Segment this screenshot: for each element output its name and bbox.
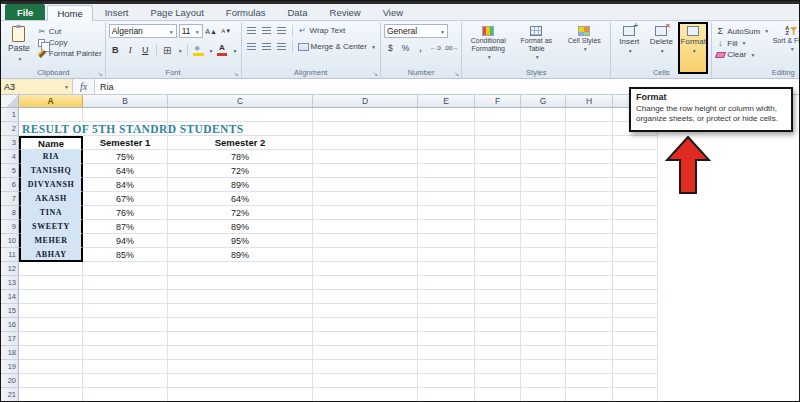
cell-i5[interactable] (613, 164, 658, 178)
cell-i10[interactable] (613, 234, 658, 248)
cell-h21[interactable] (566, 388, 613, 402)
cell-c8[interactable]: 72% (168, 206, 313, 220)
cell-g10[interactable] (521, 234, 566, 248)
cell-e1[interactable] (418, 108, 475, 122)
italic-button[interactable] (124, 44, 137, 57)
cell-c7[interactable]: 64% (168, 192, 313, 206)
cut-button[interactable]: Cut (37, 27, 102, 36)
cell-a17[interactable] (19, 332, 83, 346)
cell-c21[interactable] (168, 388, 313, 402)
alignment-dialog-launcher[interactable] (373, 71, 378, 77)
fill-color-button[interactable] (192, 44, 205, 57)
cell-i15[interactable] (613, 304, 658, 318)
comma-style-button[interactable] (414, 41, 427, 54)
cell-a2[interactable]: RESULT OF 5TH STANDRD STUDENTS (19, 122, 83, 136)
cell-d10[interactable] (313, 234, 418, 248)
cell-e18[interactable] (418, 346, 475, 360)
conditional-formatting-button[interactable]: Conditional Formatting (465, 24, 511, 61)
cell-i13[interactable] (613, 276, 658, 290)
cell-b3[interactable]: Semester 1 (83, 136, 168, 150)
cell-f16[interactable] (475, 318, 521, 332)
cell-b15[interactable] (83, 304, 168, 318)
sort-filter-button[interactable]: Sort & Filter (772, 24, 800, 67)
cell-d11[interactable] (313, 248, 418, 262)
cell-a19[interactable] (19, 360, 83, 374)
cell-f11[interactable] (475, 248, 521, 262)
cell-d19[interactable] (313, 360, 418, 374)
row-header-12[interactable]: 12 (1, 262, 19, 276)
row-header-8[interactable]: 8 (1, 206, 19, 220)
column-header-a[interactable]: A (19, 95, 83, 107)
cell-g13[interactable] (521, 276, 566, 290)
cell-e16[interactable] (418, 318, 475, 332)
accounting-format-button[interactable] (384, 41, 397, 54)
cell-e9[interactable] (418, 220, 475, 234)
column-header-h[interactable]: H (566, 95, 613, 107)
cell-c13[interactable] (168, 276, 313, 290)
cell-h5[interactable] (566, 164, 613, 178)
cell-g3[interactable] (521, 136, 566, 150)
cell-e2[interactable] (418, 122, 475, 136)
cell-c16[interactable] (168, 318, 313, 332)
row-header-13[interactable]: 13 (1, 276, 19, 290)
tab-file[interactable]: File (5, 4, 45, 20)
cell-a18[interactable] (19, 346, 83, 360)
align-right-button[interactable] (275, 40, 288, 53)
cell-b12[interactable] (83, 262, 168, 276)
insert-function-button[interactable]: fx (73, 79, 95, 94)
column-header-b[interactable]: B (83, 95, 168, 107)
cell-f6[interactable] (475, 178, 521, 192)
cell-i20[interactable] (613, 374, 658, 388)
cell-e7[interactable] (418, 192, 475, 206)
paste-button[interactable]: Paste (5, 24, 33, 67)
cell-b17[interactable] (83, 332, 168, 346)
column-header-d[interactable]: D (313, 95, 418, 107)
cell-g20[interactable] (521, 374, 566, 388)
cell-b9[interactable]: 87% (83, 220, 168, 234)
cell-f2[interactable] (475, 122, 521, 136)
cell-d17[interactable] (313, 332, 418, 346)
wrap-text-button[interactable]: Wrap Text (297, 26, 347, 35)
cell-c14[interactable] (168, 290, 313, 304)
cell-g16[interactable] (521, 318, 566, 332)
format-as-table-button[interactable]: Format as Table (513, 24, 559, 61)
cell-c9[interactable]: 89% (168, 220, 313, 234)
bold-button[interactable] (109, 44, 122, 57)
cell-h11[interactable] (566, 248, 613, 262)
row-header-15[interactable]: 15 (1, 304, 19, 318)
row-header-3[interactable]: 3 (1, 136, 19, 150)
cell-b4[interactable]: 75% (83, 150, 168, 164)
cell-h10[interactable] (566, 234, 613, 248)
merge-center-button[interactable]: Merge & Center (297, 42, 377, 51)
cell-e3[interactable] (418, 136, 475, 150)
cell-g1[interactable] (521, 108, 566, 122)
cell-c20[interactable] (168, 374, 313, 388)
clear-button[interactable]: Clear (715, 50, 769, 59)
cell-a8[interactable]: TINA (19, 206, 83, 220)
cell-d8[interactable] (313, 206, 418, 220)
cell-d9[interactable] (313, 220, 418, 234)
tab-home[interactable]: Home (47, 5, 92, 21)
number-format-select[interactable]: General (384, 24, 448, 38)
cell-c15[interactable] (168, 304, 313, 318)
row-header-6[interactable]: 6 (1, 178, 19, 192)
cell-h7[interactable] (566, 192, 613, 206)
decrease-font-size-button[interactable] (220, 25, 233, 38)
cell-e14[interactable] (418, 290, 475, 304)
cell-f9[interactable] (475, 220, 521, 234)
cell-f15[interactable] (475, 304, 521, 318)
cell-a9[interactable]: SWEETY (19, 220, 83, 234)
cell-g19[interactable] (521, 360, 566, 374)
cell-g14[interactable] (521, 290, 566, 304)
cell-h8[interactable] (566, 206, 613, 220)
cell-h17[interactable] (566, 332, 613, 346)
tab-data[interactable]: Data (277, 4, 317, 20)
cell-h20[interactable] (566, 374, 613, 388)
cell-d20[interactable] (313, 374, 418, 388)
row-header-19[interactable]: 19 (1, 360, 19, 374)
cell-b18[interactable] (83, 346, 168, 360)
cell-h9[interactable] (566, 220, 613, 234)
format-button[interactable]: Format (678, 22, 708, 74)
cell-f1[interactable] (475, 108, 521, 122)
cell-i14[interactable] (613, 290, 658, 304)
